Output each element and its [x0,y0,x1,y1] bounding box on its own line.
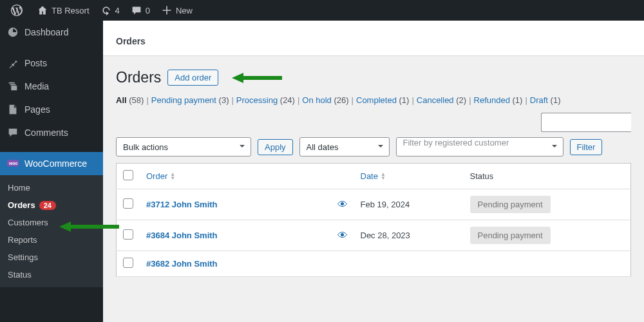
filter-button[interactable]: Filter [570,139,603,155]
customer-filter-select[interactable]: Filter by registered customer [396,137,564,156]
annotation-arrow [59,219,120,234]
comment-icon [130,4,143,17]
submenu-settings[interactable]: Settings [0,249,103,266]
plus-icon [160,4,173,17]
wordpress-icon [10,4,23,17]
wp-logo[interactable] [5,0,31,21]
submenu-status[interactable]: Status [0,266,103,283]
sidebar-label: WooCommerce [24,158,87,169]
sidebar-item-posts[interactable]: Posts [0,52,103,75]
refresh-icon [100,4,113,17]
svg-text:woo: woo [8,161,18,166]
col-date[interactable]: Date ▲▼ [361,171,386,181]
sidebar-label: Comments [24,128,68,138]
search-input[interactable] [541,113,631,132]
row-checkbox[interactable] [123,258,133,268]
add-order-button[interactable]: Add order [167,70,218,86]
col-order[interactable]: Order ▲▼ [146,171,175,181]
table-row: #3682 John Smith [117,251,631,277]
sidebar-item-woocommerce[interactable]: woo WooCommerce [0,152,103,175]
filter-pending[interactable]: Pending payment [151,95,216,105]
annotation-arrow [232,70,283,86]
col-status: Status [464,164,631,189]
page-title: Orders [116,69,161,86]
apply-button[interactable]: Apply [258,139,293,155]
content-area: Orders Orders Add order All (58) | Pendi… [103,21,644,322]
submenu-orders[interactable]: Orders 24 [0,196,103,214]
filter-all[interactable]: All [116,95,127,105]
home-icon [36,4,49,17]
new-label: New [176,6,193,15]
sidebar-item-media[interactable]: Media [0,75,103,98]
updates-count: 4 [115,6,120,15]
sidebar-item-dashboard[interactable]: Dashboard [0,21,103,44]
svg-marker-3 [232,73,243,83]
sidebar-label: Media [24,81,49,91]
table-row: #3712 John Smith 👁 Feb 19, 2024 Pending … [117,189,631,220]
filter-completed[interactable]: Completed [356,95,397,105]
status-chip[interactable]: Pending payment [470,227,551,244]
pin-icon [6,57,19,70]
media-icon [6,80,19,93]
sidebar-label: Dashboard [24,27,69,37]
orders-badge: 24 [39,201,56,210]
svg-marker-5 [59,222,71,232]
new-content-link[interactable]: New [155,0,198,21]
order-link[interactable]: #3682 John Smith [146,259,218,269]
updates-link[interactable]: 4 [95,0,125,21]
eye-icon[interactable]: 👁 [337,230,348,241]
page-icon [6,103,19,116]
filter-processing[interactable]: Processing [236,95,278,105]
admin-sidebar: Dashboard Posts Media Pages Comments [0,21,103,322]
select-all-checkbox[interactable] [123,170,133,180]
sidebar-label: Pages [24,104,50,115]
woo-icon: woo [6,157,19,170]
order-date: Feb 19, 2024 [354,189,464,220]
bulk-actions-select[interactable]: Bulk actions [116,137,251,156]
site-name: TB Resort [52,6,90,15]
row-checkbox[interactable] [123,198,133,209]
comments-count: 0 [146,6,150,15]
dates-select[interactable]: All dates [299,137,390,156]
filter-cancelled[interactable]: Cancelled [417,95,454,105]
sort-icon: ▲▼ [381,173,386,180]
sidebar-item-comments[interactable]: Comments [0,121,103,144]
filter-draft[interactable]: Draft [530,95,548,105]
sidebar-item-pages[interactable]: Pages [0,98,103,121]
comment-icon [6,126,19,139]
status-chip[interactable]: Pending payment [470,196,551,213]
site-home-link[interactable]: TB Resort [31,0,95,21]
row-checkbox[interactable] [123,229,133,240]
order-link[interactable]: #3712 John Smith [146,200,218,209]
order-link[interactable]: #3684 John Smith [146,231,218,240]
filter-refunded[interactable]: Refunded [474,95,510,105]
dashboard-icon [6,26,19,39]
sort-icon: ▲▼ [170,173,175,180]
table-row: #3684 John Smith 👁 Dec 28, 2023 Pending … [117,220,631,251]
page-header-strip: Orders [103,21,644,56]
filter-onhold[interactable]: On hold [302,95,332,105]
eye-icon[interactable]: 👁 [337,199,348,210]
order-date: Dec 28, 2023 [354,220,464,251]
orders-table: Order ▲▼ Date ▲▼ Status #3712 John Smith… [116,163,631,277]
status-filter-links: All (58) | Pending payment (3) | Process… [116,95,631,105]
comments-link[interactable]: 0 [125,0,155,21]
admin-bar: TB Resort 4 0 New [0,0,644,21]
submenu-home[interactable]: Home [0,179,103,196]
sidebar-label: Posts [24,58,47,68]
